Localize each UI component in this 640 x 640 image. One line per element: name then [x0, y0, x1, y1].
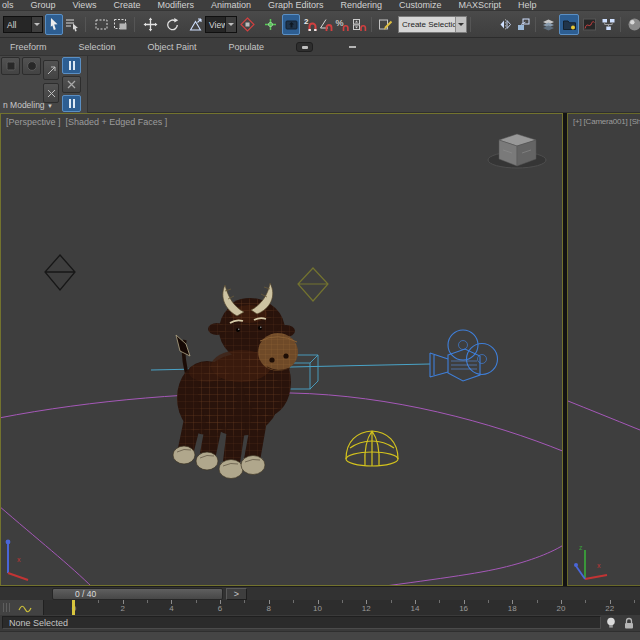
ground-spline[interactable] — [568, 401, 640, 430]
point-helper-olive[interactable] — [298, 268, 328, 301]
camera-object[interactable] — [430, 330, 498, 381]
toggle-scene-explorer-button[interactable] — [559, 14, 579, 35]
reference-coordinate-system-combo[interactable]: View — [205, 16, 237, 33]
menu-item-create[interactable]: Create — [113, 0, 140, 11]
angle-snap-button[interactable] — [318, 14, 334, 35]
material-editor-button[interactable] — [624, 14, 640, 35]
viewport-camera[interactable]: z x [+] [Camera001] [Sh — [567, 113, 640, 586]
named-selection-set-combo[interactable]: Create Selection Se — [398, 16, 467, 33]
time-slider-handle[interactable]: 0 / 40 — [52, 588, 223, 600]
spinner-snap-button[interactable] — [351, 14, 368, 35]
toolbar-separator — [85, 17, 86, 32]
rectangular-selection-region-button[interactable] — [92, 14, 110, 35]
chevron-down-icon[interactable] — [455, 17, 466, 32]
viewcube[interactable] — [488, 134, 546, 168]
ruler-tick — [585, 600, 586, 603]
keyboard-shortcut-override-button[interactable] — [282, 14, 300, 35]
manage-layers-button[interactable] — [539, 14, 557, 35]
selection-lock-icon[interactable] — [622, 616, 636, 630]
ribbon-constraint-button-3[interactable] — [62, 95, 81, 112]
percent-snap-icon: % — [335, 17, 349, 32]
align-button[interactable] — [514, 14, 532, 35]
ribbon-minimize-icon[interactable] — [349, 46, 356, 48]
mirror-button[interactable] — [496, 14, 514, 35]
selection-filter-value: All — [4, 17, 31, 32]
ribbon-panel: n Modeling ▼ — [0, 56, 640, 113]
ribbon-tab-selection[interactable]: Selection — [79, 42, 116, 52]
menu-item-customize[interactable]: Customize — [399, 0, 442, 11]
window-crossing-button[interactable] — [111, 14, 129, 35]
viewport-label: [+] [Camera001] [Sh — [573, 117, 640, 126]
menu-item-rendering[interactable]: Rendering — [340, 0, 382, 11]
mini-curve-editor-button[interactable] — [0, 600, 44, 615]
menu-item-group[interactable]: Group — [31, 0, 56, 11]
ribbon-constraint-button-2[interactable] — [62, 76, 81, 93]
ruler-tick — [196, 600, 197, 603]
ground-spline[interactable] — [1, 393, 562, 585]
ruler-tick — [147, 600, 148, 603]
ruler-label-4: 4 — [169, 604, 173, 613]
ribbon-tab-object-paint[interactable]: Object Paint — [148, 42, 197, 52]
status-line: None Selected — [2, 616, 601, 629]
point-helper-dark[interactable] — [45, 255, 75, 290]
ribbon-show-panels-button[interactable] — [296, 42, 313, 52]
menu-item-maxscript[interactable]: MAXScript — [459, 0, 502, 11]
menu-item-views[interactable]: Views — [73, 0, 97, 11]
axis-tripod: z x — [574, 544, 607, 579]
prompt-line — [0, 631, 640, 640]
camera-scene: z x — [568, 114, 640, 585]
ribbon-tab-freeform[interactable]: Freeform — [10, 42, 47, 52]
menu-bar: olsGroupViewsCreateModifiersAnimationGra… — [0, 0, 640, 11]
ribbon-tab-populate[interactable]: Populate — [229, 42, 265, 52]
viewport-pov-label[interactable]: [Perspective ] — [6, 117, 61, 127]
track-bar[interactable]: 0246810121416182022 — [0, 600, 640, 615]
named-sets-pencil-icon — [378, 17, 393, 32]
ribbon-sphere-button[interactable] — [22, 57, 41, 75]
menu-item-graph-editors[interactable]: Graph Editors — [268, 0, 324, 11]
ruler-label-22: 22 — [605, 604, 614, 613]
curve-editor-button[interactable] — [580, 14, 598, 35]
trackbar-ruler[interactable]: 0246810121416182022 — [0, 600, 640, 615]
percent-snap-button[interactable]: % — [334, 14, 350, 35]
ribbon-tool-button-1[interactable] — [43, 60, 59, 80]
move-arrows-icon — [143, 17, 158, 32]
ruler-label-10: 10 — [313, 604, 322, 613]
scale-icon — [188, 17, 203, 32]
menu-item-ols[interactable]: ols — [2, 0, 14, 11]
ribbon-constraint-button-1[interactable] — [62, 57, 81, 74]
select-and-manipulate-button[interactable] — [261, 14, 279, 35]
svg-text:x: x — [17, 556, 21, 563]
select-by-name-button[interactable] — [63, 14, 81, 35]
viewport-camera-label[interactable]: [+] [Camera001] [Sh — [573, 117, 640, 126]
viewport-shading-label[interactable]: [Shaded + Edged Faces ] — [66, 117, 168, 127]
keyboard-icon — [284, 17, 299, 32]
edit-named-selection-sets-button[interactable] — [375, 14, 396, 35]
next-frame-button[interactable]: > — [226, 588, 247, 600]
schematic-view-button[interactable] — [599, 14, 617, 35]
current-frame-marker[interactable] — [72, 600, 75, 615]
menu-item-help[interactable]: Help — [518, 0, 537, 11]
snaps-toggle-button[interactable]: 2 — [302, 14, 318, 35]
ruler-label-6: 6 — [218, 604, 222, 613]
menu-item-animation[interactable]: Animation — [211, 0, 251, 11]
select-object-button[interactable] — [45, 14, 63, 35]
use-pivot-point-center-button[interactable] — [238, 14, 256, 35]
chevron-down-icon[interactable] — [225, 17, 236, 32]
selection-filter-combo[interactable]: All — [3, 16, 43, 33]
adaptive-degradation-bulb-icon[interactable] — [604, 616, 618, 630]
dome-helper[interactable] — [346, 431, 398, 466]
time-slider[interactable]: 0 / 40 > — [0, 586, 640, 600]
manipulate-icon — [263, 17, 278, 32]
chevron-down-icon[interactable] — [31, 17, 42, 32]
viewport-perspective[interactable]: x [Perspective ] [Shaded + Edged Faces ] — [0, 113, 563, 586]
panel-title[interactable]: n Modeling ▼ — [3, 100, 53, 110]
select-and-move-button[interactable] — [141, 14, 159, 35]
menu-item-modifiers[interactable]: Modifiers — [157, 0, 194, 11]
ruler-label-14: 14 — [410, 604, 419, 613]
ribbon-box-button[interactable] — [1, 57, 20, 75]
select-and-scale-button[interactable] — [186, 14, 204, 35]
bull-model[interactable] — [173, 283, 298, 479]
select-and-rotate-button[interactable] — [163, 14, 181, 35]
pipes-icon — [69, 61, 75, 70]
viewport-area: x [Perspective ] [Shaded + Edged Faces ]… — [0, 113, 640, 586]
